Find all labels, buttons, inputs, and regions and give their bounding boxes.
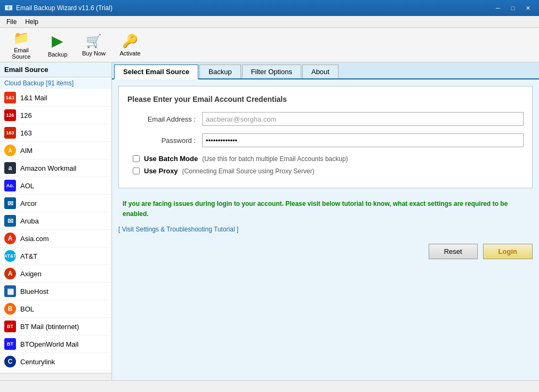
label-aim: AIM bbox=[20, 147, 33, 155]
sidebar-item-126[interactable]: 126 126 bbox=[0, 107, 111, 124]
maximize-button[interactable]: □ bbox=[506, 3, 520, 13]
proxy-row: Use Proxy (Connecting Email Source using… bbox=[127, 167, 524, 175]
label-asia: Asia.com bbox=[20, 235, 49, 243]
tab-select-email-source[interactable]: Select Email Source bbox=[114, 65, 198, 79]
buy-now-icon: 🛒 bbox=[86, 34, 102, 49]
toolbar-backup[interactable]: ▶ Backup bbox=[41, 30, 75, 60]
tab-filter-options[interactable]: Filter Options bbox=[242, 65, 301, 78]
sidebar-item-amazon[interactable]: a Amazon Workmail bbox=[0, 159, 111, 177]
icon-bluehost: ▦ bbox=[4, 285, 16, 297]
form-panel-title: Please Enter your Email Account Credenti… bbox=[127, 95, 524, 103]
sidebar-item-163[interactable]: 163 163 bbox=[0, 124, 111, 142]
label-1and1: 1&1 Mail bbox=[20, 94, 47, 102]
email-row: Email Address : bbox=[127, 112, 524, 126]
icon-arcor: ✉ bbox=[4, 197, 16, 209]
toolbar-buy-now-label: Buy Now bbox=[82, 50, 106, 57]
toolbar-buy-now[interactable]: 🛒 Buy Now bbox=[77, 30, 111, 60]
sidebar-item-att[interactable]: AT&T AT&T bbox=[0, 247, 111, 265]
label-aol: AOL bbox=[20, 182, 34, 190]
icon-btopenworld: BT bbox=[4, 338, 16, 350]
sidebar-item-aim[interactable]: A AIM bbox=[0, 142, 111, 159]
minimize-button[interactable]: ─ bbox=[491, 3, 505, 13]
backup-icon: ▶ bbox=[52, 32, 63, 50]
cloud-backup-item[interactable]: Cloud Backup [91 items] bbox=[0, 77, 111, 89]
icon-aruba: ✉ bbox=[4, 215, 16, 227]
sidebar-item-axigen[interactable]: A Axigen bbox=[0, 265, 111, 283]
icon-att: AT&T bbox=[4, 250, 16, 262]
sidebar-item-1and1[interactable]: 1&1 1&1 Mail bbox=[0, 89, 111, 107]
sidebar-item-btopenworld[interactable]: BT BTOpenWorld Mail bbox=[0, 335, 111, 353]
info-text: If you are facing issues during login to… bbox=[118, 195, 533, 223]
icon-1and1: 1&1 bbox=[4, 92, 16, 103]
sidebar-scrollbar-h[interactable] bbox=[0, 373, 111, 380]
icon-aim: A bbox=[4, 145, 16, 156]
toolbar-activate[interactable]: 🔑 Activate bbox=[113, 30, 147, 60]
toolbar: 📁 Email Source ▶ Backup 🛒 Buy Now 🔑 Acti… bbox=[0, 28, 539, 62]
menu-file[interactable]: File bbox=[2, 17, 21, 27]
proxy-label: Use Proxy bbox=[144, 167, 178, 175]
label-amazon: Amazon Workmail bbox=[20, 164, 76, 172]
batch-mode-label: Use Batch Mode bbox=[144, 155, 198, 163]
email-source-icon: 📁 bbox=[13, 30, 29, 45]
batch-mode-desc: (Use this for batch multiple Email Accou… bbox=[202, 155, 348, 163]
toolbar-backup-label: Backup bbox=[48, 51, 68, 58]
sidebar-scroll[interactable]: Cloud Backup [91 items] 1&1 1&1 Mail 126… bbox=[0, 77, 111, 373]
email-input[interactable] bbox=[202, 112, 524, 126]
icon-axigen: A bbox=[4, 268, 16, 279]
close-button[interactable]: ✕ bbox=[521, 3, 535, 13]
proxy-checkbox[interactable] bbox=[133, 167, 140, 174]
login-button[interactable]: Login bbox=[483, 244, 533, 259]
label-aruba: Aruba bbox=[20, 217, 39, 225]
label-126: 126 bbox=[20, 111, 32, 119]
label-bluehost: BlueHost bbox=[20, 287, 49, 295]
tab-about[interactable]: About bbox=[302, 65, 339, 78]
icon-bt: BT bbox=[4, 321, 16, 332]
label-axigen: Axigen bbox=[20, 270, 42, 278]
icon-126: 126 bbox=[4, 109, 16, 121]
sidebar-header: Email Source bbox=[0, 62, 111, 77]
app-icon: 📧 bbox=[4, 4, 13, 12]
icon-asia: A bbox=[4, 233, 16, 244]
main-container: Email Source Cloud Backup [91 items] 1&1… bbox=[0, 62, 539, 380]
action-buttons: Reset Login bbox=[112, 239, 539, 263]
tabs: Select Email Source Backup Filter Option… bbox=[112, 62, 539, 79]
sidebar-item-asia[interactable]: A Asia.com bbox=[0, 230, 111, 247]
menu-help[interactable]: Help bbox=[21, 17, 43, 27]
sidebar-item-centurylink[interactable]: C Centurylink bbox=[0, 353, 111, 371]
sidebar-item-aol[interactable]: Ao. AOL bbox=[0, 177, 111, 195]
sidebar: Email Source Cloud Backup [91 items] 1&1… bbox=[0, 62, 112, 380]
password-input[interactable] bbox=[202, 133, 524, 147]
label-btopenworld: BTOpenWorld Mail bbox=[20, 340, 78, 348]
toolbar-email-source-label: Email Source bbox=[7, 47, 36, 60]
email-label: Email Address : bbox=[127, 115, 202, 123]
password-label: Password : bbox=[127, 137, 202, 145]
tutorial-link[interactable]: [ Visit Settings & Troubleshooting Tutor… bbox=[118, 226, 533, 233]
content-area: Select Email Source Backup Filter Option… bbox=[112, 62, 539, 380]
sidebar-item-bol[interactable]: B BOL bbox=[0, 300, 111, 318]
sidebar-item-aruba[interactable]: ✉ Aruba bbox=[0, 212, 111, 230]
label-bol: BOL bbox=[20, 305, 34, 313]
toolbar-email-source[interactable]: 📁 Email Source bbox=[4, 30, 38, 60]
icon-bol: B bbox=[4, 303, 16, 315]
label-163: 163 bbox=[20, 129, 32, 137]
sidebar-item-bluehost[interactable]: ▦ BlueHost bbox=[0, 283, 111, 300]
batch-mode-checkbox[interactable] bbox=[133, 155, 140, 162]
window-controls: ─ □ ✕ bbox=[491, 3, 535, 13]
icon-163: 163 bbox=[4, 127, 16, 139]
icon-amazon: a bbox=[4, 162, 16, 174]
tab-backup[interactable]: Backup bbox=[199, 65, 240, 78]
icon-centurylink: C bbox=[4, 356, 16, 367]
menu-bar: File Help bbox=[0, 16, 539, 28]
label-bt: BT Mail (btinternet) bbox=[20, 323, 79, 331]
sidebar-item-arcor[interactable]: ✉ Arcor bbox=[0, 195, 111, 212]
proxy-desc: (Connecting Email Source using Proxy Ser… bbox=[182, 167, 315, 175]
reset-button[interactable]: Reset bbox=[429, 244, 478, 259]
label-arcor: Arcor bbox=[20, 199, 37, 207]
title-bar: 📧 Email Backup Wizard v11.6 (Trial) ─ □ … bbox=[0, 0, 539, 16]
toolbar-activate-label: Activate bbox=[119, 50, 140, 57]
password-row: Password : bbox=[127, 133, 524, 147]
sidebar-item-bt[interactable]: BT BT Mail (btinternet) bbox=[0, 318, 111, 335]
activate-icon: 🔑 bbox=[122, 34, 138, 49]
icon-aol: Ao. bbox=[4, 180, 16, 191]
app-title: Email Backup Wizard v11.6 (Trial) bbox=[16, 4, 491, 12]
